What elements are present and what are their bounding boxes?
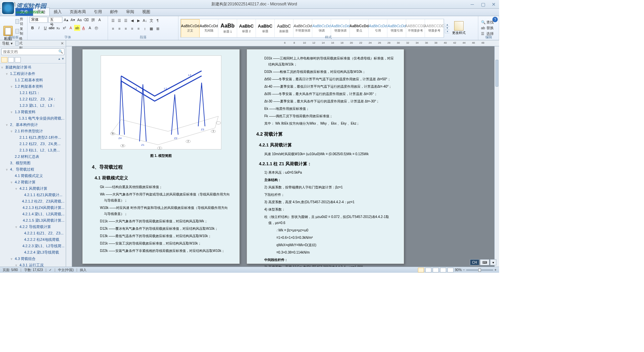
zoom-out-icon[interactable]: − <box>463 268 465 272</box>
align-right-icon[interactable]: ≡ <box>123 26 129 32</box>
bold-button[interactable]: B <box>30 25 36 31</box>
highlight-icon[interactable]: ab <box>74 25 80 31</box>
zoom-thumb[interactable] <box>478 268 481 272</box>
status-language[interactable]: 中文(中国) <box>58 268 74 272</box>
tree-item[interactable]: 2.2 材料汇总表 <box>0 153 66 160</box>
tree-item[interactable]: 3、模型简图 <box>0 160 66 166</box>
status-proof-icon[interactable]: ✓ <box>49 268 52 272</box>
char-border-icon[interactable]: A <box>97 17 103 23</box>
tree-item[interactable]: 1.2.2 柱Z2、Z3、Z4： <box>0 96 66 102</box>
ime-lang-button[interactable]: CH <box>470 259 479 265</box>
vertical-ruler[interactable] <box>66 46 72 267</box>
tree-item[interactable]: ▿4.2 荷载计算 <box>0 179 66 185</box>
justify-icon[interactable]: ≡ <box>129 26 135 32</box>
tree-item[interactable]: 4.2.1.5 梁L3风荷载计算... <box>0 217 66 224</box>
close-button[interactable]: ✕ <box>490 1 498 7</box>
text-effects-icon[interactable]: A <box>68 25 74 31</box>
minimize-button[interactable]: ─ <box>468 1 476 7</box>
tree-item[interactable]: 1.2.3 梁L1、L2、L3： <box>0 102 66 109</box>
tree-item[interactable]: ▿新建构架计算书 <box>0 64 66 71</box>
bullets-icon[interactable]: ☰ <box>110 17 116 24</box>
tab-mailings[interactable]: 邮件 <box>106 8 122 16</box>
tree-item[interactable]: 4.2.2.4 梁L3导线荷载 <box>0 249 66 256</box>
tree-item[interactable]: 4.2.1.2 柱Z2、Z3风荷载... <box>0 198 66 205</box>
horizontal-ruler[interactable]: 6810121416182022242628303234363840424446… <box>66 40 499 46</box>
vertical-scrollbar[interactable] <box>494 46 499 267</box>
enclose-char-icon[interactable]: ㊞ <box>93 25 99 31</box>
grow-font-icon[interactable]: A▴ <box>63 17 69 23</box>
tree-item[interactable]: 4.2.1.3 柱Z4风荷载计算... <box>0 205 66 211</box>
text-direction-icon[interactable]: 文 <box>148 17 154 24</box>
replace-button[interactable]: ab替换 <box>481 26 494 31</box>
tree-item[interactable]: ▿4.2.2 导线荷载计算 <box>0 224 66 230</box>
numbering-icon[interactable]: ☰ <box>116 17 122 24</box>
zoom-slider[interactable] <box>466 269 493 271</box>
tree-item[interactable]: 1.2.1 柱Z1： <box>0 90 66 96</box>
increase-indent-icon[interactable]: ▶ <box>136 17 142 24</box>
tree-item[interactable]: ▿2.1 杆件类型统计 <box>0 128 66 134</box>
zoom-in-icon[interactable]: + <box>494 268 496 272</box>
tree-item[interactable]: 2.1.2 柱Z2、Z3、Z4,类... <box>0 141 66 147</box>
tree-item[interactable]: 4.2.1.4 梁L1、L2风荷载... <box>0 211 66 217</box>
tree-item[interactable]: ▿4、导荷载过程 <box>0 166 66 173</box>
font-size-select[interactable]: 五号 <box>48 17 62 23</box>
gallery-up-icon[interactable]: ▲ <box>445 23 449 27</box>
change-styles-button[interactable]: 更改样式 <box>450 20 468 37</box>
nav-next-icon[interactable]: ▼ <box>61 57 64 62</box>
ime-keyboard-icon[interactable]: ⌨ <box>480 259 489 265</box>
nav-view-results[interactable] <box>15 57 21 62</box>
underline-button[interactable]: U <box>42 25 48 31</box>
sort-icon[interactable]: A↓ <box>142 17 148 24</box>
tree-item[interactable]: ▿2、基本构件统计 <box>0 122 66 128</box>
view-outline[interactable] <box>440 268 446 272</box>
decrease-indent-icon[interactable]: ◀ <box>129 17 135 24</box>
tree-item[interactable]: 2.1.1 柱Z1,类型Z-1杆件... <box>0 134 66 141</box>
char-shading-icon[interactable]: A <box>87 25 93 31</box>
tree-item[interactable]: 1.3.1 电气专业提供的荷载... <box>0 115 66 122</box>
italic-button[interactable]: I <box>36 25 42 31</box>
tab-insert[interactable]: 插入 <box>50 8 66 16</box>
scroll-thumb[interactable] <box>495 60 498 87</box>
status-mode[interactable]: 插入 <box>80 268 87 272</box>
font-color-icon[interactable]: A <box>80 25 87 31</box>
nav-prev-icon[interactable]: ▲ <box>58 57 61 62</box>
borders-icon[interactable]: ⊞ <box>155 26 161 32</box>
tree-item[interactable]: ▿4.2.1 风荷载计算 <box>0 185 66 192</box>
nav-close-icon[interactable]: ✕ <box>61 41 64 46</box>
shading-icon[interactable]: ▦ <box>148 26 154 32</box>
nav-search-input[interactable] <box>1 48 64 55</box>
tree-item[interactable]: 1.1 工程基本资料 <box>0 77 66 83</box>
tab-view[interactable]: 视图 <box>138 8 154 16</box>
find-button[interactable]: 🔍查找 <box>481 20 494 25</box>
tree-item[interactable]: ▿1.3 荷载资料 <box>0 109 66 115</box>
tree-item[interactable]: 4.2.2.3 梁L1、L2导线荷... <box>0 243 66 249</box>
tree-item[interactable]: 2.1.3 柱L1、L2、L3,类... <box>0 147 66 153</box>
pages-viewport[interactable]: L3L1L2 Z4Z1 Z2Z3 BA 12 <box>72 46 494 267</box>
phonetic-icon[interactable]: 拼 <box>90 17 96 23</box>
clear-format-icon[interactable]: ⌫ <box>83 17 89 23</box>
align-center-icon[interactable]: ≡ <box>116 26 122 32</box>
font-name-select[interactable]: 宋体 <box>30 17 48 23</box>
status-words[interactable]: 字数: 17,623 <box>24 268 43 272</box>
tree-item[interactable]: ▿1.工程设计条件 <box>0 71 66 77</box>
zoom-level[interactable]: 90% <box>455 268 462 272</box>
subscript-button[interactable]: x₂ <box>55 25 61 31</box>
strike-button[interactable]: abc <box>49 25 55 31</box>
ime-options-icon[interactable]: ▾ <box>490 259 496 265</box>
tab-references[interactable]: 引用 <box>90 8 106 16</box>
nav-tree[interactable]: ▿新建构架计算书▿1.工程设计条件1.1 工程基本资料▿1.2 构架基本资料1.… <box>0 63 66 267</box>
align-left-icon[interactable]: ≡ <box>110 26 116 32</box>
view-draft[interactable] <box>447 268 453 272</box>
line-spacing-icon[interactable]: ↕ <box>142 26 148 32</box>
multilevel-icon[interactable]: ☰ <box>123 17 129 24</box>
nav-view-pages[interactable] <box>8 57 14 62</box>
view-full-reading[interactable] <box>425 268 431 272</box>
tree-item[interactable]: 4.2.1.1 柱Z1风荷载计... <box>0 192 66 198</box>
tree-item[interactable]: 4.1 荷载模式定义 <box>0 173 66 179</box>
nav-view-headings[interactable] <box>1 57 7 62</box>
tab-layout[interactable]: 页面布局 <box>66 8 90 16</box>
status-page[interactable]: 页面: 5/80 <box>3 268 18 272</box>
superscript-button[interactable]: x² <box>61 25 67 31</box>
view-web-layout[interactable] <box>433 268 439 272</box>
change-case-icon[interactable]: Aa <box>76 17 83 23</box>
